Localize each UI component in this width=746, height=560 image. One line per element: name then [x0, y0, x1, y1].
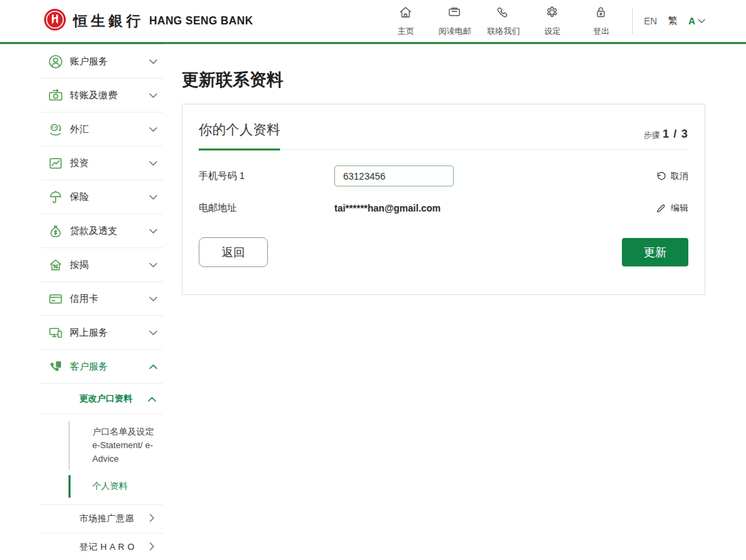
chevron-down-icon: [149, 195, 157, 200]
home-icon: [398, 5, 413, 22]
submenu-item-label: 登记 H A R O: [79, 541, 149, 553]
update-button[interactable]: 更新: [622, 238, 688, 266]
chevron-down-icon: [149, 59, 157, 64]
lang-traditional-link[interactable]: 繁: [668, 15, 678, 27]
sidebar-item-foreign-exchange[interactable]: FX 外汇: [41, 113, 163, 146]
cancel-action-label: 取消: [671, 170, 688, 182]
nav-read-mail-label: 阅读电邮: [438, 26, 471, 37]
sidebar-item-customer-service[interactable]: 客户服务: [41, 350, 163, 384]
pencil-icon: [656, 203, 666, 214]
nav-read-mail[interactable]: 阅读电邮: [430, 5, 479, 37]
svg-text:FX: FX: [52, 125, 56, 129]
nav-home[interactable]: 主页: [381, 5, 430, 37]
card-header: 你的个人资料 步骤 1 / 3: [199, 121, 688, 150]
submenu-title-label: 更改户口资料: [79, 393, 148, 405]
sidebar-item-label: 保险: [70, 191, 149, 203]
nav-settings-label: 设定: [544, 26, 560, 37]
step-value: 1 / 3: [663, 127, 688, 141]
sidebar-item-label: 账户服务: [70, 56, 149, 68]
mobile-number-cell: [334, 165, 656, 186]
bank-name-english: HANG SENG BANK: [149, 15, 253, 27]
account-icon: [47, 54, 64, 70]
font-size-label: A: [688, 16, 695, 26]
email-label: 电邮地址: [199, 202, 334, 214]
sidebar-item-loans-overdraft[interactable]: 贷款及透支: [41, 214, 163, 248]
email-row: 电邮地址 tai******han@gmail.com 编辑: [199, 202, 688, 214]
sidebar-item-label: 网上服务: [70, 327, 149, 339]
sidebar-item-insurance[interactable]: 保险: [41, 180, 163, 214]
sidebar-item-label: 客户服务: [70, 361, 149, 373]
nav-logout[interactable]: 登出: [576, 5, 625, 37]
font-size-control[interactable]: A: [688, 16, 705, 26]
mobile-number-label: 手机号码 1: [199, 170, 334, 182]
submenu-item-estatement[interactable]: 户口名单及设定e-Statement/ e-Advice: [68, 421, 163, 470]
card-actions: 返回 更新: [199, 237, 688, 267]
header-nav: 主页 阅读电邮 联络我们 设定 登出 EN: [381, 5, 705, 37]
submenu-item-personal-info[interactable]: 个人资料: [68, 475, 163, 497]
nav-settings[interactable]: 设定: [528, 5, 576, 37]
customer-service-icon: [47, 359, 64, 375]
phone-icon: [496, 5, 511, 22]
chevron-down-icon: [149, 296, 157, 302]
undo-icon: [656, 171, 666, 181]
sidebar-item-mortgage[interactable]: 按揭: [41, 248, 163, 282]
sidebar-menu: 账户服务 转账及缴费 FX 外汇 投资: [41, 44, 163, 560]
sidebar-item-label: 信用卡: [70, 293, 149, 305]
sidebar-item-investment[interactable]: 投资: [41, 146, 163, 180]
online-services-icon: [47, 325, 64, 341]
mail-icon: [447, 5, 462, 22]
invest-icon: [47, 155, 64, 172]
chevron-down-icon: [698, 18, 705, 24]
chevron-right-icon: [149, 542, 155, 553]
chevron-down-icon: [149, 228, 157, 234]
edit-action[interactable]: 编辑: [656, 202, 688, 214]
main-content: 更新联系资料 你的个人资料 步骤 1 / 3 手机号码 1 取消: [182, 44, 705, 295]
fx-icon: FX: [47, 121, 64, 138]
mobile-number-row: 手机号码 1 取消: [199, 165, 688, 186]
chevron-down-icon: [149, 262, 157, 268]
credit-card-icon: [47, 291, 64, 307]
sidebar-item-label: 按揭: [70, 259, 149, 271]
sidebar-item-label: 贷款及透支: [70, 225, 149, 237]
sidebar-item-credit-card[interactable]: 信用卡: [41, 282, 163, 316]
gear-icon: [545, 5, 560, 22]
step-indicator: 步骤 1 / 3: [644, 127, 688, 149]
language-controls: EN 繁 A: [644, 15, 705, 27]
submenu-item-marketing-preference[interactable]: 市场推广意愿: [41, 504, 163, 533]
chevron-down-icon: [149, 93, 157, 98]
nav-logout-label: 登出: [593, 26, 609, 37]
mortgage-icon: [47, 257, 64, 273]
nav-contact-us-label: 联络我们: [487, 26, 519, 37]
nav-contact-us[interactable]: 联络我们: [479, 5, 528, 37]
submenu-items: 户口名单及设定e-Statement/ e-Advice 个人资料: [68, 421, 163, 498]
insurance-icon: [47, 189, 64, 205]
bank-logo[interactable]: 恒生銀行 HANG SENG BANK: [43, 8, 253, 34]
chevron-right-icon: [149, 514, 155, 524]
sidebar-item-account-services[interactable]: 账户服务: [41, 45, 163, 79]
hang-seng-logo-icon: [43, 8, 66, 34]
email-value: tai******han@gmail.com: [334, 203, 656, 214]
submenu-change-account-info[interactable]: 更改户口资料: [41, 384, 163, 414]
sidebar-item-label: 投资: [70, 157, 149, 169]
sidebar-item-label: 转账及缴费: [70, 89, 149, 102]
sidebar-item-transfers-payments[interactable]: 转账及缴费: [41, 79, 163, 113]
personal-info-card: 你的个人资料 步骤 1 / 3 手机号码 1 取消 电邮地址 tai******: [182, 104, 705, 295]
submenu-item-label: 市场推广意愿: [79, 513, 149, 525]
submenu-item-register-haro[interactable]: 登记 H A R O: [41, 533, 163, 560]
page-layout: 账户服务 转账及缴费 FX 外汇 投资: [0, 44, 746, 560]
header-divider: [632, 8, 633, 34]
step-label: 步骤: [644, 129, 660, 141]
chevron-down-icon: [149, 330, 157, 336]
cancel-action[interactable]: 取消: [656, 170, 688, 182]
lang-en-link[interactable]: EN: [644, 16, 656, 26]
back-button[interactable]: 返回: [199, 237, 268, 267]
nav-home-label: 主页: [397, 26, 414, 37]
edit-action-label: 编辑: [671, 202, 688, 214]
section-title: 你的个人资料: [199, 121, 280, 151]
chevron-down-icon: [149, 161, 157, 166]
app-header: 恒生銀行 HANG SENG BANK 主页 阅读电邮 联络我们 设定: [0, 0, 746, 44]
chevron-up-icon: [149, 364, 157, 369]
sidebar-item-online-services[interactable]: 网上服务: [41, 316, 163, 350]
mobile-number-input[interactable]: [334, 165, 454, 186]
chevron-down-icon: [149, 127, 157, 132]
